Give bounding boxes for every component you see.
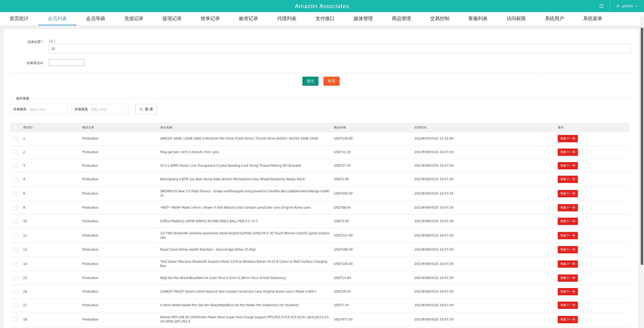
app-header: Amazon Associates admin bbox=[0, 0, 644, 12]
nav-tab-label: 商品管理 bbox=[392, 16, 411, 21]
refresh-button[interactable] bbox=[593, 0, 610, 12]
row-checkbox[interactable] bbox=[14, 317, 18, 321]
cell-price: USDT7.50 bbox=[332, 299, 412, 312]
table-row: 4 Pinduoduo Kerongsang 0.8CM 1pc Batu Ko… bbox=[10, 173, 629, 186]
vertical-scrollbar-track[interactable] bbox=[640, 17, 644, 328]
replace-next-order-button[interactable]: 替换下一单 bbox=[558, 149, 578, 156]
cell-product-id: 18 bbox=[21, 312, 80, 327]
liandan-value-input[interactable] bbox=[49, 44, 631, 53]
required-mark: * bbox=[41, 40, 43, 44]
replace-next-order-button[interactable]: 替换下一单 bbox=[558, 288, 578, 295]
nav-tab-label: 会员列表 bbox=[48, 16, 67, 21]
nav-tab[interactable]: 商品管理 bbox=[382, 12, 421, 25]
refresh-icon bbox=[599, 4, 604, 9]
replace-next-order-button[interactable]: 替换下一单 bbox=[558, 218, 578, 225]
nav-tab[interactable]: 会员列表 bbox=[38, 12, 76, 25]
cell-product-name: Remax RPP-108 5A 20000mAh Power Bank Sup… bbox=[158, 312, 332, 327]
liandan-product-id-input[interactable] bbox=[49, 59, 84, 66]
nav-tab[interactable]: 客服列表 bbox=[459, 12, 497, 25]
nav-tab-bar: 首页统计 会员列表 会员等级 充值记录 提现记录 抢单记录 账变记录 代理列表 … bbox=[0, 12, 644, 26]
liandan-product-id-label: 连单商品id bbox=[10, 59, 43, 66]
cell-product-id: 19 bbox=[21, 327, 80, 328]
cell-category: Pinduoduo bbox=[80, 299, 158, 312]
cell-price: USDT27.50 bbox=[332, 159, 412, 173]
cell-time: 2021年08月02日 16:07:29 bbox=[412, 257, 556, 271]
row-checkbox[interactable] bbox=[14, 290, 18, 294]
submit-button[interactable]: 提交 bbox=[302, 77, 318, 86]
col-header-product-id: 商品ID bbox=[21, 123, 80, 132]
replace-next-order-button[interactable]: 替换下一单 bbox=[558, 232, 578, 239]
search-row: 价格最低 价格最高 搜 索 bbox=[10, 104, 632, 115]
min-price-group: 价格最低 bbox=[10, 104, 67, 115]
row-checkbox[interactable] bbox=[14, 262, 18, 266]
nav-tab-label: 交易控制 bbox=[430, 16, 449, 21]
nav-tab[interactable]: 提现记录 bbox=[153, 12, 191, 25]
vertical-scrollbar-thumb[interactable] bbox=[641, 28, 643, 265]
replace-next-order-button[interactable]: 替换下一单 bbox=[558, 260, 578, 268]
row-checkbox[interactable] bbox=[14, 192, 18, 196]
cell-product-id: 6 bbox=[21, 186, 80, 201]
replace-next-order-button[interactable]: 替换下一单 bbox=[558, 190, 578, 197]
replace-next-order-button[interactable]: 替换下一单 bbox=[558, 246, 578, 253]
row-checkbox[interactable] bbox=[14, 303, 18, 307]
cell-price: USDT15.60 bbox=[332, 327, 412, 328]
nav-tab[interactable]: 系统菜单 bbox=[574, 12, 612, 25]
chevron-up-icon bbox=[635, 4, 638, 8]
table-row: 10 Pinduoduo [Office Matters] LATOR SIMP… bbox=[10, 215, 629, 228]
min-price-input[interactable] bbox=[29, 108, 67, 111]
cell-product-id: 17 bbox=[21, 299, 80, 312]
cell-product-name: LOWEST PRICE* Desire 14mm Natural Size C… bbox=[158, 285, 332, 299]
table-row: 15 Pinduoduo MUJI Gel Pen Black/Blue/Red… bbox=[10, 271, 629, 285]
nav-tab[interactable]: 账变记录 bbox=[229, 12, 268, 25]
cell-category: Pinduoduo bbox=[80, 271, 158, 285]
table-row: 13 Pinduoduo Royal Canin Feline Health N… bbox=[10, 243, 629, 257]
select-all-checkbox[interactable] bbox=[14, 126, 18, 130]
replace-next-order-button[interactable]: 替换下一单 bbox=[558, 204, 578, 211]
row-checkbox[interactable] bbox=[14, 219, 18, 223]
nav-tab[interactable]: 媒体管理 bbox=[344, 12, 382, 25]
app-title: Amazon Associates bbox=[295, 3, 349, 9]
cell-price: USDT140.00 bbox=[332, 257, 412, 271]
min-price-label: 价格最低 bbox=[10, 107, 29, 112]
nav-tab[interactable]: 代理列表 bbox=[268, 12, 306, 25]
cell-product-id: 13 bbox=[21, 243, 80, 257]
replace-next-order-button[interactable]: 替换下一单 bbox=[558, 162, 578, 169]
cell-category: Pinduoduo bbox=[80, 327, 158, 328]
table-row: 19 Pinduoduo TOPK J01 Cable Organizer Wi… bbox=[10, 327, 629, 328]
cell-time: 2021年08月02日 16:07:29 bbox=[412, 327, 556, 328]
replace-next-order-button[interactable]: 替换下一单 bbox=[558, 135, 578, 142]
cell-product-name: APACER 16GB / 32GB USB2.0 Pendrive Pen D… bbox=[158, 132, 332, 146]
cell-product-name: 0.5mm Water-based Pen Gel Pen Black/Red/… bbox=[158, 299, 332, 312]
row-checkbox[interactable] bbox=[14, 276, 18, 280]
product-table: 商品ID 商品分类 商品名称 商品价格 添加时间 操作 1 Pinduoduo … bbox=[10, 123, 629, 328]
replace-next-order-button[interactable]: 替换下一单 bbox=[558, 274, 578, 282]
row-checkbox[interactable] bbox=[14, 233, 18, 238]
search-button[interactable]: 搜 索 bbox=[135, 104, 157, 115]
row-checkbox[interactable] bbox=[14, 206, 18, 210]
row-checkbox[interactable] bbox=[14, 248, 18, 252]
nav-tab[interactable]: 系统用户 bbox=[535, 12, 574, 25]
row-checkbox[interactable] bbox=[14, 137, 18, 141]
nav-tab[interactable]: 支付接口 bbox=[306, 12, 344, 25]
nav-tab[interactable]: 访问权限 bbox=[497, 12, 535, 25]
row-checkbox[interactable] bbox=[14, 150, 18, 154]
table-row: 14 Pinduoduo *Hot Sales* Macaron Bluetoo… bbox=[10, 257, 629, 271]
table-row: 16 Pinduoduo LOWEST PRICE* Desire 14mm N… bbox=[10, 285, 629, 299]
cancel-button[interactable]: 取消 bbox=[324, 77, 340, 86]
nav-tab[interactable]: 交易控制 bbox=[421, 12, 459, 25]
nav-tab[interactable]: 会员等级 bbox=[76, 12, 115, 25]
nav-tab[interactable]: 充值记录 bbox=[115, 12, 153, 25]
nav-tab-label: 提现记录 bbox=[163, 16, 182, 21]
nav-tab[interactable]: 首页统计 bbox=[0, 12, 38, 25]
nav-tab[interactable]: 抢单记录 bbox=[191, 12, 229, 25]
max-price-input[interactable] bbox=[91, 108, 129, 111]
table-header-row: 商品ID 商品分类 商品名称 商品价格 添加时间 操作 bbox=[10, 123, 629, 132]
replace-next-order-button[interactable]: 替换下一单 bbox=[558, 316, 578, 323]
search-legend: 条件搜索 bbox=[14, 96, 32, 101]
replace-next-order-button[interactable]: 替换下一单 bbox=[558, 176, 578, 183]
col-header-name: 商品名称 bbox=[158, 123, 332, 132]
row-checkbox[interactable] bbox=[14, 177, 18, 181]
replace-next-order-button[interactable]: 替换下一单 bbox=[558, 302, 578, 309]
row-checkbox[interactable] bbox=[14, 164, 18, 168]
user-menu[interactable]: admin bbox=[610, 0, 644, 12]
